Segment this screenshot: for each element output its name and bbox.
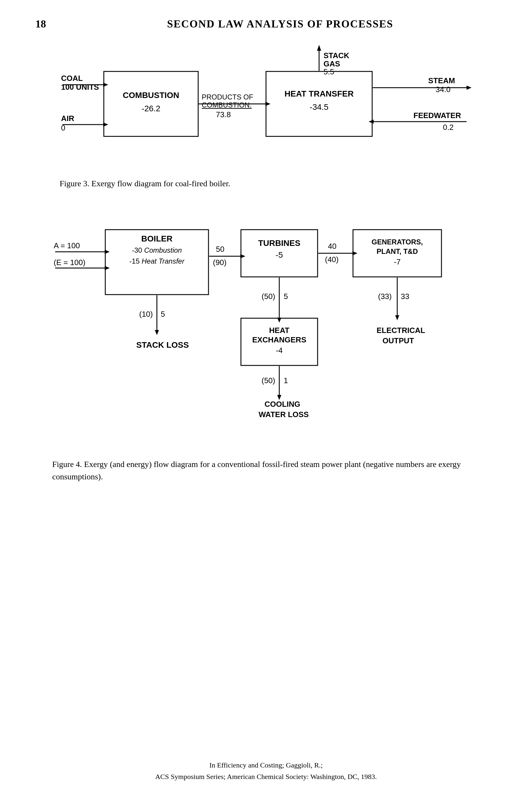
hex-cool-a: 1 (284, 376, 288, 385)
stack-e: (10) (139, 310, 153, 319)
turbines-value: -5 (276, 250, 283, 259)
svg-marker-33 (395, 315, 399, 320)
figure4-diagram: BOILER -30 Combustion -15 Heat Transfer … (52, 206, 480, 451)
hex-label2: EXCHANGERS (252, 335, 306, 344)
input-e-label: (E = 100) (54, 258, 86, 267)
heat-transfer-label: HEAT TRANSFER (285, 89, 354, 98)
coal-label: COAL (61, 74, 83, 83)
hex-label1: HEAT (269, 326, 290, 335)
page-footer: In Efficiency and Costing; Gaggioli, R.;… (0, 760, 532, 782)
figure4-caption-text: Exergy (and energy) flow diagram for a c… (52, 459, 461, 481)
stack-a: 5 (161, 310, 165, 319)
page-number: 18 (35, 18, 46, 30)
products-label1: PRODUCTS OF (202, 93, 253, 101)
hex-cool-e: (50) (262, 376, 275, 385)
page-title: SECOND LAW ANALYSIS OF PROCESSES (64, 18, 497, 30)
generators-label2: PLANT, T&D (377, 247, 418, 255)
gen-out-e: (33) (378, 292, 392, 301)
hex-value: -4 (276, 346, 283, 355)
feedwater-label: FEEDWATER (414, 111, 461, 120)
turb-gen-a: 40 (328, 242, 337, 251)
boiler-combustion: -30 Combustion (132, 246, 182, 254)
input-a-label: A = 100 (54, 241, 80, 250)
footer-line1: In Efficiency and Costing; Gaggioli, R.; (0, 760, 532, 771)
boiler-turbines-e: (90) (213, 258, 227, 267)
stack-gas-value: 5.5 (323, 67, 334, 76)
footer-line2: ACS Symposium Series; American Chemical … (0, 771, 532, 782)
turbines-label: TURBINES (258, 238, 300, 248)
generators-label1: GENERATORS, (372, 238, 423, 246)
output-label: OUTPUT (382, 336, 414, 345)
figure3-caption: Figure 3. Exergy flow diagram for coal-f… (60, 179, 472, 188)
figure4-container: BOILER -30 Combustion -15 Heat Transfer … (52, 206, 480, 483)
combustion-label: COMBUSTION (123, 91, 179, 100)
gen-out-a: 33 (401, 292, 409, 301)
heat-transfer-value: -34.5 (310, 103, 328, 112)
stack-gas-label2: GAS (323, 59, 340, 68)
steam-value: 34.0 (436, 85, 451, 94)
figure4-caption-prefix: Figure 4. (52, 459, 82, 469)
turb-gen-e: (40) (325, 255, 339, 264)
svg-marker-29 (277, 395, 281, 400)
air-label: AIR (61, 114, 74, 123)
electrical-label: ELECTRICAL (377, 326, 425, 335)
turb-hex-e: (50) (262, 292, 275, 301)
water-loss-label: WATER LOSS (259, 410, 309, 419)
generators-value: -7 (394, 257, 400, 266)
svg-marker-11 (467, 86, 472, 90)
boiler-heat-transfer: -15 Heat Transfer (130, 257, 185, 265)
figure4-caption: Figure 4. Exergy (and energy) flow diagr… (52, 458, 480, 483)
boiler-turbines-a: 50 (216, 245, 224, 254)
figure3-container: COMBUSTION -26.2 HEAT TRANSFER -34.5 COA… (60, 42, 472, 188)
page-header: 18 SECOND LAW ANALYSIS OF PROCESSES (35, 18, 497, 30)
boiler-label: BOILER (141, 234, 172, 243)
products-label2: COMBUSTION. (202, 101, 251, 109)
combustion-value: -26.2 (141, 104, 160, 113)
turb-hex-a: 5 (284, 292, 288, 301)
svg-marker-9 (317, 45, 321, 51)
cooling-label: COOLING (265, 400, 300, 409)
feedwater-value: 0.2 (443, 123, 454, 132)
stack-loss-label: STACK LOSS (136, 340, 189, 349)
figure3-diagram: COMBUSTION -26.2 HEAT TRANSFER -34.5 COA… (60, 42, 472, 169)
stack-gas-label1: STACK (323, 51, 349, 60)
products-value: 73.8 (216, 110, 231, 119)
coal-units: 100 UNITS (61, 83, 99, 91)
svg-marker-31 (155, 330, 159, 335)
steam-label: STEAM (428, 76, 455, 85)
air-value: 0 (61, 123, 65, 132)
